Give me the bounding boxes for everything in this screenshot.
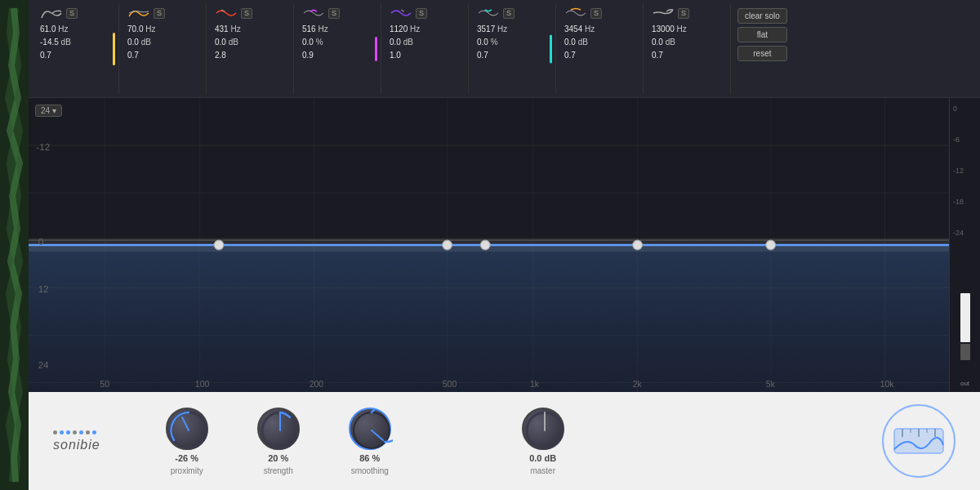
svg-text:5k: 5k: [766, 380, 776, 389]
strength-knob-group: 20 % strength: [257, 408, 300, 475]
band-3-curve-icon: [215, 7, 238, 20]
band-1-curve-icon: [40, 7, 63, 20]
reset-button[interactable]: reset: [737, 46, 787, 61]
band-2-group: S 70.0 Hz 0.0 dB 0.7: [121, 3, 207, 94]
band-3-gain: 0.0 dB: [215, 36, 287, 49]
band-2-solo-btn[interactable]: S: [154, 8, 165, 19]
db-24: -24: [953, 229, 977, 237]
app-container: S 61.0 Hz -14.5 dB 0.7: [0, 0, 980, 490]
band-1-q: 0.7: [40, 49, 112, 62]
svg-text:12: 12: [38, 283, 49, 294]
band-7-curve-icon: [564, 7, 587, 20]
band-3-q: 2.8: [215, 49, 287, 62]
smoothing-label: smoothing: [351, 466, 389, 475]
proximity-knob[interactable]: [166, 408, 208, 450]
band-3-solo-btn[interactable]: S: [241, 8, 252, 19]
vu-bar-white: [960, 293, 970, 342]
svg-text:10k: 10k: [880, 380, 895, 389]
band-5-header: S: [390, 7, 461, 20]
db-18: -18: [953, 198, 977, 206]
brand-logo: sonibie: [53, 430, 100, 452]
strength-label: strength: [264, 466, 293, 475]
strength-knob[interactable]: [257, 408, 300, 450]
logo-dots: [53, 430, 96, 434]
band-8-solo-btn[interactable]: S: [678, 8, 689, 19]
svg-text:200: 200: [310, 380, 324, 389]
waveform-strip: [0, 0, 29, 490]
band-5-group: S 1120 Hz 0.0 dB 1.0: [383, 3, 469, 94]
master-knob-group: 0.0 dB master: [522, 408, 564, 475]
band-2-curve-icon: [127, 7, 150, 20]
band-2-gain: 0.0 dB: [127, 36, 199, 49]
band-6-q: 0.7: [477, 49, 549, 62]
eq-display[interactable]: 24 ▾: [29, 98, 980, 392]
bottom-controls: sonibie -26 % proximity: [29, 392, 980, 490]
right-panel: 0 -6 -12 -18 -24 out: [949, 98, 980, 392]
band-point-1: [214, 240, 224, 250]
master-value: 0.0 dB: [529, 453, 556, 463]
band-1-group: S 61.0 Hz -14.5 dB 0.7: [33, 3, 119, 94]
db-0: 0: [953, 105, 977, 113]
master-knob[interactable]: [522, 408, 564, 450]
db-12: -12: [953, 167, 977, 175]
clear-solo-button[interactable]: clear solo: [737, 8, 787, 24]
band-8-header: S: [652, 7, 724, 20]
band-number-selector[interactable]: 24 ▾: [35, 105, 62, 117]
band-2-q: 0.7: [127, 49, 199, 62]
band-4-group: S 516 Hz 0.0 % 0.9: [296, 3, 381, 94]
band-4-q: 0.9: [302, 49, 374, 62]
band-point-3: [480, 240, 490, 250]
smoothing-knob-group: 86 % smoothing: [349, 408, 391, 475]
band-7-solo-btn[interactable]: S: [590, 8, 602, 19]
strength-value: 20 %: [268, 453, 288, 463]
svg-text:-12: -12: [36, 141, 50, 152]
band-point-4: [633, 240, 643, 250]
logo-dot-7: [92, 430, 96, 434]
smart-eq-svg: [886, 408, 951, 474]
flat-button[interactable]: flat: [737, 27, 787, 42]
svg-text:50: 50: [100, 380, 109, 389]
svg-text:1k: 1k: [530, 380, 540, 389]
band-8-gain: 0.0 dB: [652, 36, 724, 49]
band-4-curve-icon: [302, 7, 325, 20]
logo-dot-5: [79, 430, 83, 434]
band-8-freq: 13000 Hz: [652, 23, 724, 36]
band-7-freq: 3454 Hz: [564, 23, 636, 36]
smoothing-value: 86 %: [359, 453, 380, 463]
band-3-header: S: [215, 7, 287, 20]
brand-name: sonibie: [53, 438, 100, 452]
band-4-solo-btn[interactable]: S: [328, 8, 340, 19]
band-2-freq: 70.0 Hz: [127, 23, 199, 36]
band-2-header: S: [127, 7, 199, 20]
vu-bar-gray: [960, 344, 970, 360]
band-5-curve-icon: [390, 7, 412, 20]
master-label: master: [530, 466, 555, 475]
right-buttons: clear solo flat reset: [733, 3, 792, 94]
eq-area: S 61.0 Hz -14.5 dB 0.7: [29, 0, 980, 490]
svg-text:0: 0: [38, 236, 44, 247]
band-6-group: S 3517 Hz 0.0 % 0.7: [470, 3, 556, 94]
svg-rect-15: [29, 238, 980, 252]
band-1-freq: 61.0 Hz: [40, 23, 112, 36]
band-controls: S 61.0 Hz -14.5 dB 0.7: [29, 0, 980, 98]
band-point-5: [766, 240, 776, 250]
svg-text:24: 24: [38, 359, 49, 370]
band-5-q: 1.0: [390, 49, 461, 62]
band-5-gain: 0.0 dB: [390, 36, 461, 49]
svg-text:2k: 2k: [633, 380, 643, 389]
band-1-solo-btn[interactable]: S: [66, 8, 78, 19]
band-5-solo-btn[interactable]: S: [416, 8, 427, 19]
smart-eq-logo: [882, 404, 956, 478]
band-5-freq: 1120 Hz: [390, 23, 461, 36]
band-4-freq: 516 Hz: [302, 23, 374, 36]
logo-dot-4: [73, 430, 77, 434]
band-3-freq: 431 Hz: [215, 23, 287, 36]
smoothing-knob[interactable]: [349, 408, 391, 450]
proximity-knob-group: -26 % proximity: [166, 408, 208, 475]
band-4-gain: 0.0 %: [302, 36, 374, 49]
band-8-q: 0.7: [652, 49, 724, 62]
band-6-solo-btn[interactable]: S: [503, 8, 514, 19]
db-labels-right: 0 -6 -12 -18 -24: [950, 98, 980, 290]
logo-dot-2: [60, 430, 64, 434]
band-point-2: [443, 240, 452, 250]
